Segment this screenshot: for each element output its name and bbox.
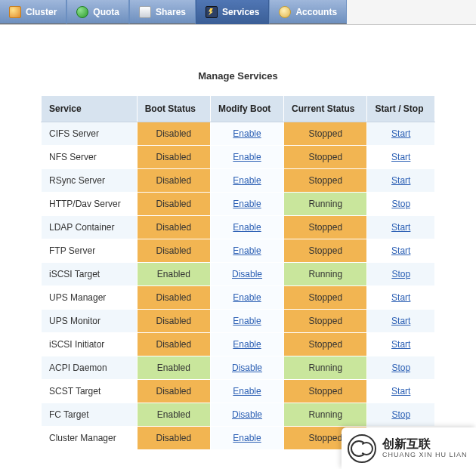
start-stop-cell: Start [367, 169, 435, 193]
start-stop-cell: Start [367, 310, 435, 333]
modify-boot-cell: Enable [210, 169, 283, 193]
modify-boot-cell: Enable [210, 286, 283, 310]
current-status: Stopped [284, 380, 367, 403]
service-name: LDAP Container [42, 216, 138, 239]
current-status: Running [284, 263, 367, 286]
tab-label: Shares [156, 7, 186, 17]
enable-link[interactable]: Enable [233, 316, 261, 326]
boot-status: Enabled [137, 403, 210, 427]
boot-status: Disabled [137, 427, 210, 450]
col-service: Service [42, 96, 138, 122]
modify-boot-cell: Enable [210, 146, 283, 169]
boot-status: Disabled [137, 169, 210, 193]
cluster-icon [9, 6, 21, 18]
stop-link[interactable]: Stop [391, 409, 410, 420]
current-status: Stopped [284, 286, 367, 310]
table-header-row: Service Boot Status Modify Boot Current … [42, 96, 435, 122]
modify-boot-cell: Enable [210, 239, 283, 263]
services-icon [206, 6, 218, 18]
modify-boot-cell: Enable [210, 427, 283, 450]
modify-boot-cell: Enable [210, 193, 283, 216]
disable-link[interactable]: Disable [232, 269, 262, 279]
enable-link[interactable]: Enable [233, 175, 261, 186]
current-status: Stopped [284, 239, 367, 263]
start-link[interactable]: Start [391, 245, 410, 256]
start-link[interactable]: Start [391, 316, 410, 326]
stop-link[interactable]: Stop [391, 269, 410, 279]
enable-link[interactable]: Enable [233, 339, 261, 350]
start-link[interactable]: Start [391, 339, 410, 350]
services-table: Service Boot Status Modify Boot Current … [41, 95, 435, 450]
start-link[interactable]: Start [391, 175, 410, 186]
stop-link[interactable]: Stop [391, 363, 410, 373]
tab-cluster[interactable]: Cluster [0, 0, 66, 24]
start-link[interactable]: Start [391, 152, 410, 162]
modify-boot-cell: Enable [210, 216, 283, 239]
boot-status: Enabled [137, 356, 210, 380]
enable-link[interactable]: Enable [233, 292, 261, 303]
disable-link[interactable]: Disable [232, 409, 262, 420]
start-stop-cell: Start [367, 146, 435, 169]
table-row: HTTP/Dav ServerDisabledEnableRunningStop [42, 193, 435, 216]
enable-link[interactable]: Enable [233, 386, 261, 396]
start-stop-cell: Stop [367, 193, 435, 216]
service-name: NFS Server [42, 146, 138, 169]
tab-services[interactable]: Services [196, 0, 269, 24]
table-row: FC TargetEnabledDisableRunningStop [42, 403, 435, 427]
enable-link[interactable]: Enable [233, 245, 261, 256]
start-link[interactable]: Start [391, 292, 410, 303]
col-modify: Modify Boot [210, 96, 283, 122]
col-boot: Boot Status [137, 96, 210, 122]
modify-boot-cell: Disable [210, 356, 283, 380]
accounts-icon [279, 6, 291, 18]
enable-link[interactable]: Enable [233, 222, 261, 233]
current-status: Running [284, 356, 367, 380]
current-status: Stopped [284, 333, 367, 356]
table-row: UPS MonitorDisabledEnableStoppedStart [42, 310, 435, 333]
start-stop-cell: Start [367, 216, 435, 239]
tab-shares[interactable]: Shares [129, 0, 196, 24]
tab-quota[interactable]: Quota [66, 0, 129, 24]
start-stop-cell: Start [367, 333, 435, 356]
modify-boot-cell: Enable [210, 333, 283, 356]
tab-label: Services [222, 7, 259, 17]
service-name: iSCSI Target [42, 263, 138, 286]
services-table-wrap: Service Boot Status Modify Boot Current … [41, 95, 435, 450]
service-name: HTTP/Dav Server [42, 193, 138, 216]
current-status: Stopped [284, 146, 367, 169]
page-title: Manage Services [0, 70, 476, 82]
service-name: FC Target [42, 403, 138, 427]
start-stop-cell: Start [367, 286, 435, 310]
modify-boot-cell: Disable [210, 263, 283, 286]
start-link[interactable]: Start [391, 128, 410, 139]
service-name: iSCSI Initiator [42, 333, 138, 356]
tab-label: Accounts [295, 7, 337, 17]
stop-link[interactable]: Stop [391, 199, 410, 209]
enable-link[interactable]: Enable [233, 128, 261, 139]
start-stop-cell: Stop [367, 263, 435, 286]
disable-link[interactable]: Disable [232, 363, 262, 373]
start-stop-cell: Stop [367, 403, 435, 427]
modify-boot-cell: Disable [210, 403, 283, 427]
table-row: NFS ServerDisabledEnableStoppedStart [42, 146, 435, 169]
service-name: UPS Manager [42, 286, 138, 310]
start-link[interactable]: Start [391, 222, 410, 233]
boot-status: Disabled [137, 286, 210, 310]
start-stop-cell: Start [367, 239, 435, 263]
table-row: RSync ServerDisabledEnableStoppedStart [42, 169, 435, 193]
table-row: iSCSI InitiatorDisabledEnableStoppedStar… [42, 333, 435, 356]
enable-link[interactable]: Enable [233, 199, 261, 209]
boot-status: Disabled [137, 380, 210, 403]
enable-link[interactable]: Enable [233, 433, 261, 443]
start-link[interactable]: Start [391, 386, 410, 396]
current-status: Stopped [284, 169, 367, 193]
modify-boot-cell: Enable [210, 310, 283, 333]
current-status: Stopped [284, 122, 367, 146]
enable-link[interactable]: Enable [233, 152, 261, 162]
tab-accounts[interactable]: Accounts [269, 0, 347, 24]
boot-status: Disabled [137, 122, 210, 146]
table-row: UPS ManagerDisabledEnableStoppedStart [42, 286, 435, 310]
brand-badge: 创新互联 CHUANG XIN HU LIAN [342, 427, 476, 469]
service-name: ACPI Daemon [42, 356, 138, 380]
brand-logo-icon [348, 434, 376, 463]
